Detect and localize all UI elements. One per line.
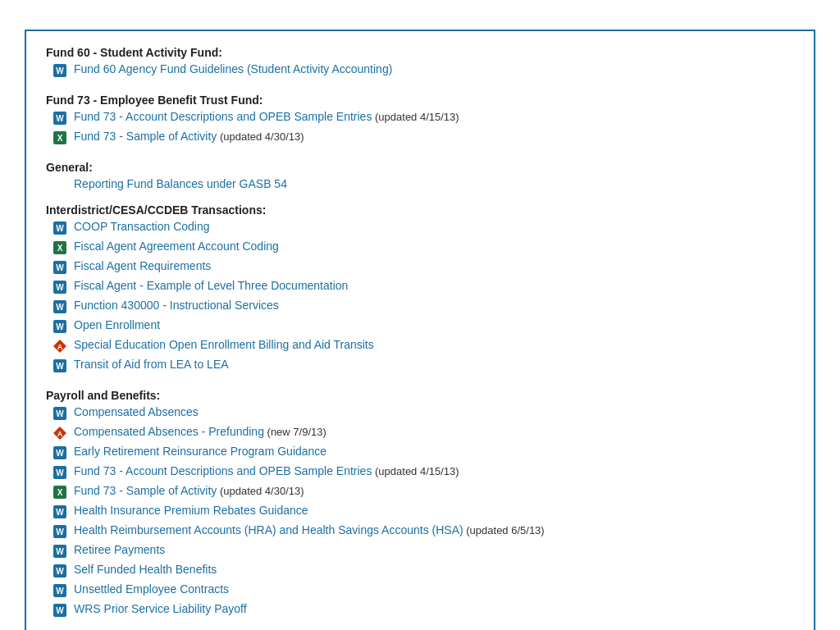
svg-text:W: W — [56, 508, 64, 517]
item-link[interactable]: Self Funded Health Benefits — [74, 563, 217, 576]
word-icon: W — [52, 299, 71, 317]
item-link[interactable]: Open Enrollment — [74, 318, 160, 331]
item-link[interactable]: Fiscal Agent - Example of Level Three Do… — [74, 279, 348, 292]
svg-text:W: W — [56, 224, 64, 233]
item-link[interactable]: Fiscal Agent Requirements — [74, 259, 211, 272]
list-item: ACompensated Absences - Prefunding (new … — [46, 425, 794, 443]
svg-text:W: W — [56, 263, 64, 272]
item-link[interactable]: COOP Transaction Coding — [74, 220, 210, 233]
list-item: Reporting Fund Balances under GASB 54 — [46, 177, 794, 190]
item-link[interactable]: Health Insurance Premium Rebates Guidanc… — [74, 504, 308, 517]
list-item: WEarly Retirement Reinsurance Program Gu… — [46, 445, 794, 463]
item-note: (updated 4/15/13) — [372, 465, 459, 477]
item-list-interdistrict: WCOOP Transaction CodingXFiscal Agent Ag… — [46, 220, 794, 376]
item-link[interactable]: Fund 73 - Sample of Activity — [74, 484, 217, 497]
item-text: Fund 73 - Sample of Activity (updated 4/… — [74, 130, 304, 143]
item-link[interactable]: Fund 73 - Account Descriptions and OPEB … — [74, 110, 372, 123]
item-text: Fund 73 - Account Descriptions and OPEB … — [74, 110, 459, 123]
item-link[interactable]: Compensated Absences - Prefunding — [74, 425, 264, 438]
item-text: Reporting Fund Balances under GASB 54 — [74, 177, 287, 190]
item-text: WRS Prior Service Liability Payoff — [74, 602, 247, 615]
item-text: Fiscal Agent - Example of Level Three Do… — [74, 279, 348, 292]
excel-icon: X — [52, 485, 71, 502]
section-title-general: General: — [46, 161, 794, 174]
svg-text:W: W — [56, 606, 64, 615]
list-item: WFiscal Agent Requirements — [46, 259, 794, 277]
list-item: WWRS Prior Service Liability Payoff — [46, 602, 794, 620]
list-item: WCompensated Absences — [46, 405, 794, 423]
item-link[interactable]: Function 430000 - Instructional Services — [74, 299, 279, 312]
svg-text:W: W — [56, 449, 64, 458]
item-link[interactable]: Fund 60 Agency Fund Guidelines (Student … — [74, 62, 392, 75]
section-fund73: Fund 73 - Employee Benefit Trust Fund:WF… — [46, 94, 794, 148]
list-item: WFund 73 - Account Descriptions and OPEB… — [46, 464, 794, 482]
list-item: WSelf Funded Health Benefits — [46, 563, 794, 581]
section-payroll: Payroll and Benefits:WCompensated Absenc… — [46, 389, 794, 620]
content-box: Fund 60 - Student Activity Fund:WFund 60… — [25, 30, 815, 630]
item-text: Retiree Payments — [74, 543, 165, 556]
item-note: (updated 4/15/13) — [372, 111, 459, 123]
word-icon: W — [52, 504, 71, 522]
item-link[interactable]: Unsettled Employee Contracts — [74, 582, 229, 596]
list-item: WHealth Reimbursement Accounts (HRA) and… — [46, 523, 794, 541]
excel-icon: X — [52, 240, 71, 258]
item-link[interactable]: Fund 73 - Sample of Activity — [74, 130, 217, 143]
list-item: WTransit of Aid from LEA to LEA — [46, 358, 794, 376]
item-list-general: Reporting Fund Balances under GASB 54 — [46, 177, 794, 190]
list-item: XFiscal Agent Agreement Account Coding — [46, 240, 794, 258]
word-icon: W — [52, 111, 71, 128]
list-item: WFunction 430000 - Instructional Service… — [46, 299, 794, 317]
item-text: Transit of Aid from LEA to LEA — [74, 358, 229, 371]
svg-text:W: W — [56, 362, 64, 371]
item-note: (updated 4/30/13) — [217, 485, 304, 497]
svg-text:X: X — [57, 134, 63, 143]
item-link[interactable]: WRS Prior Service Liability Payoff — [74, 602, 247, 615]
item-list-fund60: WFund 60 Agency Fund Guidelines (Student… — [46, 62, 794, 80]
svg-text:W: W — [56, 409, 64, 418]
item-text: Fiscal Agent Agreement Account Coding — [74, 240, 279, 253]
word-icon: W — [52, 358, 71, 376]
item-note: (new 7/9/13) — [264, 426, 326, 438]
list-item: WFiscal Agent - Example of Level Three D… — [46, 279, 794, 297]
list-item: WOpen Enrollment — [46, 318, 794, 336]
item-text: Health Insurance Premium Rebates Guidanc… — [74, 504, 308, 517]
item-text: Self Funded Health Benefits — [74, 563, 217, 576]
item-text: Health Reimbursement Accounts (HRA) and … — [74, 523, 545, 536]
item-link[interactable]: Compensated Absences — [74, 405, 199, 418]
item-note: (updated 6/5/13) — [463, 524, 545, 536]
item-text: Fiscal Agent Requirements — [74, 259, 211, 272]
list-item: ASpecial Education Open Enrollment Billi… — [46, 338, 794, 356]
item-text: Fund 73 - Account Descriptions and OPEB … — [74, 464, 459, 477]
svg-text:A: A — [57, 430, 63, 438]
word-icon: W — [52, 280, 71, 297]
word-icon: W — [52, 445, 71, 463]
word-icon: W — [52, 406, 71, 423]
item-link[interactable]: Fund 73 - Account Descriptions and OPEB … — [74, 464, 372, 477]
item-link[interactable]: Retiree Payments — [74, 543, 165, 556]
list-item: WFund 60 Agency Fund Guidelines (Student… — [46, 62, 794, 80]
list-item: WUnsettled Employee Contracts — [46, 582, 794, 600]
item-link[interactable]: Transit of Aid from LEA to LEA — [74, 358, 229, 371]
word-icon: W — [52, 221, 71, 238]
item-link[interactable]: Special Education Open Enrollment Billin… — [74, 338, 374, 351]
excel-icon: X — [52, 130, 71, 148]
list-item: WHealth Insurance Premium Rebates Guidan… — [46, 504, 794, 522]
section-title-payroll: Payroll and Benefits: — [46, 389, 794, 402]
item-link[interactable]: Early Retirement Reinsurance Program Gui… — [74, 445, 326, 458]
word-icon: W — [52, 524, 71, 541]
word-icon: W — [52, 564, 71, 581]
item-list-fund73: WFund 73 - Account Descriptions and OPEB… — [46, 110, 794, 148]
pdf-icon: A — [52, 339, 71, 356]
svg-text:X: X — [57, 244, 63, 253]
svg-text:W: W — [56, 66, 64, 75]
item-link[interactable]: Fiscal Agent Agreement Account Coding — [74, 240, 279, 253]
item-link[interactable]: Reporting Fund Balances under GASB 54 — [74, 177, 287, 190]
section-interdistrict: Interdistrict/CESA/CCDEB Transactions:WC… — [46, 203, 794, 376]
item-text: Unsettled Employee Contracts — [74, 582, 229, 596]
svg-text:W: W — [56, 587, 64, 596]
item-link[interactable]: Health Reimbursement Accounts (HRA) and … — [74, 523, 463, 536]
word-icon: W — [52, 260, 71, 277]
list-item: XFund 73 - Sample of Activity (updated 4… — [46, 484, 794, 502]
list-item: XFund 73 - Sample of Activity (updated 4… — [46, 130, 794, 148]
item-note: (updated 4/30/13) — [217, 130, 304, 143]
